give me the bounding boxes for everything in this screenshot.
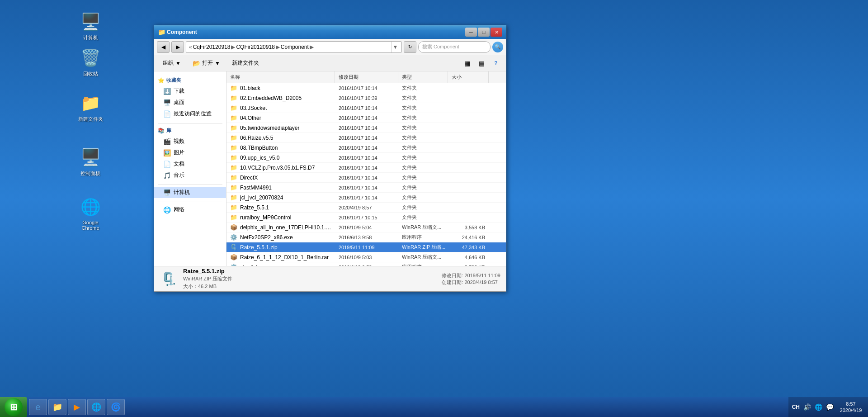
file-size: 47,343 KB xyxy=(448,245,489,250)
status-bar: 🗜️ Raize_5.5.1.zip WinRAR ZIP 压缩文件 大小：46… xyxy=(154,266,506,291)
file-date: 2016/6/13 9:58 xyxy=(335,235,398,240)
sidebar-item-network[interactable]: 🌐 网络 xyxy=(154,204,226,215)
organize-button[interactable]: 组织 ▼ xyxy=(158,57,186,70)
open-button[interactable]: 📂 打开 ▼ xyxy=(188,57,225,70)
desktop-icon-computer[interactable]: 🖥️ 计算机 xyxy=(72,9,108,43)
address-path[interactable]: « CqFir20120918 ▶ CQFir20120918 ▶ Compon… xyxy=(186,41,402,53)
table-row[interactable]: 📁 Raize_5.5.1 2020/4/19 8:57 文件夹 xyxy=(226,203,506,213)
table-row[interactable]: 📁 FastMM4991 2016/10/17 10:14 文件夹 xyxy=(226,183,506,193)
file-type-icon: 📁 xyxy=(230,204,237,211)
desktop-icon-new-folder[interactable]: 📁 新建文件夹 xyxy=(72,90,108,124)
control-panel-icon: 🖥️ xyxy=(80,147,101,168)
table-row[interactable]: ⚙️ NetFx20SP2_x86.exe 2016/6/13 9:58 应用程… xyxy=(226,232,506,242)
taskbar-app-ie[interactable]: e xyxy=(29,399,47,415)
table-row[interactable]: 📦 delphix_all_in_one_17DELPHI10.1.Berli.… xyxy=(226,223,506,232)
videos-icon: 🎬 xyxy=(163,138,171,145)
view-list-button[interactable]: ▦ xyxy=(461,57,473,70)
tray-icon-message[interactable]: 💬 xyxy=(826,403,834,411)
col-header-name[interactable]: 名称 xyxy=(226,71,335,83)
sidebar-item-desktop[interactable]: 🖥️ 桌面 xyxy=(154,97,226,108)
computer-label: 计算机 xyxy=(83,34,98,41)
tray-icon-speaker[interactable]: 🔊 xyxy=(803,403,811,411)
sidebar-item-recent[interactable]: 📄 最近访问的位置 xyxy=(154,108,226,119)
file-date: 2016/10/9 5:03 xyxy=(335,255,398,260)
tray-clock[interactable]: 8:57 2020/4/19 xyxy=(837,401,864,414)
taskbar-apps: e 📁 ▶ 🌐 🌀 xyxy=(27,397,127,417)
table-row[interactable]: 📁 ruralboy_MP9Control 2016/10/17 10:15 文… xyxy=(226,213,506,223)
favorites-icon: ⭐ xyxy=(158,77,165,84)
taskbar-app-chrome[interactable]: 🌐 xyxy=(87,399,105,415)
path-item-3[interactable]: Component xyxy=(281,44,309,50)
desktop-icon-chrome[interactable]: 🌐 Google Chrome xyxy=(72,194,108,232)
table-row[interactable]: 📁 08.TBmpButton 2016/10/17 10:14 文件夹 xyxy=(226,143,506,153)
refresh-button[interactable]: ↻ xyxy=(404,41,416,53)
tray-icon-network[interactable]: 🌐 xyxy=(815,403,822,411)
col-header-type[interactable]: 类型 xyxy=(398,71,448,83)
sidebar-item-music[interactable]: 🎵 音乐 xyxy=(154,170,226,181)
taskbar-app-media[interactable]: ▶ xyxy=(68,399,86,415)
path-dropdown-button[interactable]: ▼ xyxy=(392,42,399,52)
file-date: 2016/10/17 10:14 xyxy=(335,115,398,121)
table-row[interactable]: 📁 06.Raize.v5.5 2016/10/17 10:14 文件夹 xyxy=(226,133,506,143)
help-button[interactable]: ? xyxy=(490,57,502,70)
file-type-icon: 📁 xyxy=(230,184,237,191)
open-icon: 📂 xyxy=(193,60,200,67)
sidebar-item-pictures[interactable]: 🖼️ 图片 xyxy=(154,147,226,158)
col-header-date[interactable]: 修改日期 xyxy=(335,71,398,83)
file-date: 2016/10/17 10:14 xyxy=(335,195,398,200)
col-header-size[interactable]: 大小 xyxy=(448,71,489,83)
table-row[interactable]: 📁 09.upp_ics_v5.0 2016/10/17 10:14 文件夹 xyxy=(226,153,506,163)
table-row[interactable]: 🗜️ Raize_5.5.1.zip 2019/5/11 11:09 WinRA… xyxy=(226,242,506,252)
sidebar-item-videos[interactable]: 🎬 视频 xyxy=(154,136,226,147)
file-name-text: NetFx20SP2_x86.exe xyxy=(240,234,293,241)
search-box[interactable]: 搜索 Component xyxy=(418,41,491,53)
network-label: 网络 xyxy=(174,206,184,213)
path-item-2[interactable]: CQFir20120918 xyxy=(236,44,274,50)
file-name: 📁 05.twindowsmediaplayer xyxy=(226,124,335,131)
desktop-icon-control-panel[interactable]: 🖥️ 控制面板 xyxy=(72,145,108,179)
maximize-button[interactable]: □ xyxy=(478,28,490,37)
table-row[interactable]: ⚙️ vjredist.exe 2016/6/13 9:58 应用程序 3,70… xyxy=(226,262,506,266)
table-row[interactable]: 📦 Raize_6_1_1_12_DX10_1_Berlin.rar 2016/… xyxy=(226,252,506,262)
table-row[interactable]: 📁 04.Other 2016/10/17 10:14 文件夹 xyxy=(226,113,506,123)
chrome-icon: 🌐 xyxy=(80,196,101,218)
taskbar-app-explorer[interactable]: 📁 xyxy=(48,399,66,415)
new-folder-button[interactable]: 新建文件夹 xyxy=(227,57,264,70)
computer-icon-sidebar: 🖥️ xyxy=(163,189,171,196)
desktop-icon-recycle[interactable]: 🗑️ 回收站 xyxy=(72,45,108,79)
table-row[interactable]: 📁 10.VCLZip.Pro.v3.05.b1.FS.D7 2016/10/1… xyxy=(226,163,506,173)
library-label: 库 xyxy=(166,127,171,134)
close-button[interactable]: ✕ xyxy=(491,28,502,37)
organize-label: 组织 xyxy=(163,59,174,67)
file-date: 2019/5/11 11:09 xyxy=(335,245,398,250)
sidebar-item-computer[interactable]: 🖥️ 计算机 xyxy=(154,187,226,198)
sidebar-item-downloads[interactable]: ⬇️ 下载 xyxy=(154,85,226,97)
file-name: 📁 03.JSocket xyxy=(226,104,335,111)
file-type-icon: 📦 xyxy=(230,254,237,261)
table-row[interactable]: 📁 01.black 2016/10/17 10:14 文件夹 xyxy=(226,83,506,93)
start-button[interactable]: ⊞ xyxy=(0,397,27,417)
forward-button[interactable]: ▶ xyxy=(171,41,184,53)
sidebar-item-documents[interactable]: 📄 文档 xyxy=(154,158,226,170)
documents-label: 文档 xyxy=(174,160,184,168)
search-button[interactable]: 🔍 xyxy=(492,42,503,52)
minimize-button[interactable]: ─ xyxy=(465,28,477,37)
file-type-text: 应用程序 xyxy=(398,264,448,266)
file-type-icon: ⚙️ xyxy=(230,234,237,241)
back-button[interactable]: ◀ xyxy=(157,41,170,53)
file-type-icon: 🗜️ xyxy=(230,244,237,251)
taskbar-app-ie2[interactable]: 🌀 xyxy=(107,399,125,415)
path-item-1[interactable]: CqFir20120918 xyxy=(193,44,231,50)
view-detail-button[interactable]: ▤ xyxy=(475,57,488,70)
table-row[interactable]: 📁 03.JSocket 2016/10/17 10:14 文件夹 xyxy=(226,103,506,113)
videos-label: 视频 xyxy=(174,137,184,145)
table-row[interactable]: 📁 05.twindowsmediaplayer 2016/10/17 10:1… xyxy=(226,123,506,133)
sidebar-library-header[interactable]: 📚 库 xyxy=(154,125,226,136)
sidebar-favorites-header[interactable]: ⭐ 收藏夹 xyxy=(154,75,226,85)
table-row[interactable]: 📁 jcl_jvcl_20070824 2016/10/17 10:14 文件夹 xyxy=(226,193,506,203)
file-name: 📁 Raize_5.5.1 xyxy=(226,204,335,211)
table-row[interactable]: 📁 02.EmbeddedWB_D2005 2016/10/17 10:39 文… xyxy=(226,93,506,103)
table-row[interactable]: 📁 DirectX 2016/10/17 10:14 文件夹 xyxy=(226,173,506,183)
file-type-text: WinRAR 压缩文... xyxy=(398,224,448,231)
file-date: 2016/10/17 10:14 xyxy=(335,85,398,91)
